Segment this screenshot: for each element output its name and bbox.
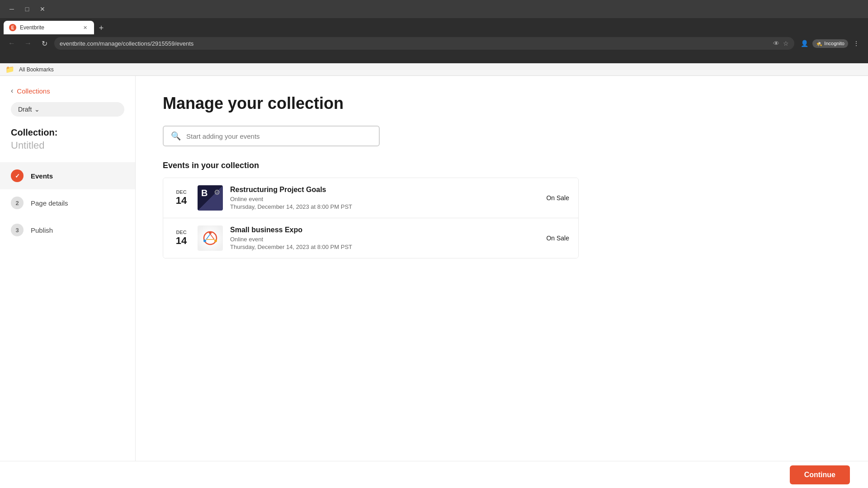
sidebar-nav: ✓ Events 2 Page details 3 Publish <box>0 162 135 244</box>
chevron-down-icon: ⌄ <box>34 106 40 113</box>
svg-line-5 <box>206 234 210 239</box>
profile-icon[interactable]: 👤 <box>798 37 811 50</box>
tab-title: Eventbrite <box>20 24 78 31</box>
bookmarks-bar: 📁 All Bookmarks <box>0 63 868 76</box>
page-title: Manage your collection <box>163 94 841 113</box>
incognito-label: Incognito <box>824 41 844 46</box>
event-day-1: 14 <box>176 195 187 206</box>
search-input[interactable] <box>186 132 372 140</box>
svg-point-3 <box>203 239 206 242</box>
event-month-2: DEC <box>176 230 186 235</box>
event-info-1: Restructuring Project Goals Online event… <box>230 186 539 210</box>
incognito-badge[interactable]: 🕵 Incognito <box>812 39 848 48</box>
address-bar[interactable]: eventbrite.com/manage/collections/291555… <box>54 37 794 50</box>
step-badge-2: 2 <box>11 197 24 209</box>
sidebar-item-events[interactable]: ✓ Events <box>0 162 135 189</box>
back-button[interactable]: ← <box>5 37 18 50</box>
events-list: DEC 14 Restructuring Project Goals Onlin… <box>163 178 579 258</box>
event-day-2: 14 <box>176 235 187 247</box>
incognito-icon: 🕵 <box>816 41 822 47</box>
search-bar[interactable]: 🔍 <box>163 126 380 146</box>
sidebar-item-events-label: Events <box>31 172 53 180</box>
back-label: Collections <box>17 87 50 95</box>
sidebar-item-page-details-label: Page details <box>31 199 68 207</box>
collection-name: Untitled <box>0 140 135 162</box>
sidebar-item-publish[interactable]: 3 Publish <box>0 216 135 244</box>
event-name-2: Small business Expo <box>230 226 539 234</box>
event-name-1: Restructuring Project Goals <box>230 186 539 194</box>
more-options-button[interactable]: ⋮ <box>850 37 863 50</box>
url-text: eventbrite.com/manage/collections/291555… <box>60 40 769 47</box>
toolbar-right: 👤 🕵 Incognito ⋮ <box>798 37 863 50</box>
main-content: Manage your collection 🔍 Events in your … <box>136 76 868 488</box>
all-bookmarks-item[interactable]: All Bookmarks <box>16 66 57 74</box>
back-arrow-icon: ‹ <box>11 87 13 95</box>
event-image-2 <box>198 225 223 251</box>
event-image-1 <box>198 185 223 211</box>
step-badge-1: ✓ <box>11 169 24 182</box>
star-icon: ☆ <box>783 40 789 47</box>
search-icon: 🔍 <box>171 131 181 141</box>
footer-bar: Continue <box>0 461 868 488</box>
reload-button[interactable]: ↻ <box>38 37 51 50</box>
tab-bar: E Eventbrite ✕ + <box>0 18 868 34</box>
sidebar-item-page-details[interactable]: 2 Page details <box>0 189 135 216</box>
event-type-2: Online event <box>230 236 539 243</box>
new-tab-button[interactable]: + <box>95 22 108 34</box>
back-to-collections-link[interactable]: ‹ Collections <box>0 87 135 102</box>
bookmarks-folder-icon: 📁 <box>5 65 14 74</box>
event-datetime-2: Thursday, December 14, 2023 at 8:00 PM P… <box>230 244 539 250</box>
table-row: DEC 14 Restructuring Project Goals Onlin… <box>163 178 578 218</box>
step-badge-3: 3 <box>11 224 24 236</box>
browser-titlebar: ─ □ ✕ <box>0 0 868 18</box>
tab-favicon-icon: E <box>9 24 16 31</box>
event-status-2: On Sale <box>546 235 569 242</box>
events-section-title: Events in your collection <box>163 161 841 170</box>
collection-label: Collection: <box>0 127 135 140</box>
table-row: DEC 14 Small business Expo <box>163 218 578 258</box>
address-bar-row: ← → ↻ eventbrite.com/manage/collections/… <box>0 34 868 52</box>
browser-chrome: ─ □ ✕ E Eventbrite ✕ + ← → ↻ eventbrite.… <box>0 0 868 63</box>
close-button[interactable]: ✕ <box>36 3 49 15</box>
svg-line-4 <box>210 234 214 239</box>
draft-label: Draft <box>18 106 32 113</box>
event-date-1: DEC 14 <box>172 189 190 206</box>
continue-button[interactable]: Continue <box>790 465 850 484</box>
forward-button[interactable]: → <box>22 37 34 50</box>
sidebar-item-publish-label: Publish <box>31 226 53 234</box>
eye-slash-icon: 👁 <box>773 40 779 47</box>
window-controls: ─ □ ✕ <box>5 3 49 15</box>
svg-point-1 <box>209 231 212 234</box>
event-month-1: DEC <box>176 189 186 195</box>
event-datetime-1: Thursday, December 14, 2023 at 8:00 PM P… <box>230 203 539 210</box>
page-container: ‹ Collections Draft ⌄ Collection: Untitl… <box>0 76 868 488</box>
sidebar: ‹ Collections Draft ⌄ Collection: Untitl… <box>0 76 136 488</box>
event-status-1: On Sale <box>546 194 569 202</box>
tab-close-button[interactable]: ✕ <box>81 24 89 31</box>
active-tab[interactable]: E Eventbrite ✕ <box>4 21 94 34</box>
event-info-2: Small business Expo Online event Thursda… <box>230 226 539 250</box>
maximize-button[interactable]: □ <box>21 3 33 15</box>
minimize-button[interactable]: ─ <box>5 3 18 15</box>
event-date-2: DEC 14 <box>172 230 190 247</box>
address-icons: 👁 ☆ <box>773 40 789 47</box>
event-type-1: Online event <box>230 196 539 202</box>
svg-point-2 <box>214 239 217 242</box>
expo-logo-svg <box>200 228 220 248</box>
draft-dropdown-button[interactable]: Draft ⌄ <box>11 102 124 117</box>
